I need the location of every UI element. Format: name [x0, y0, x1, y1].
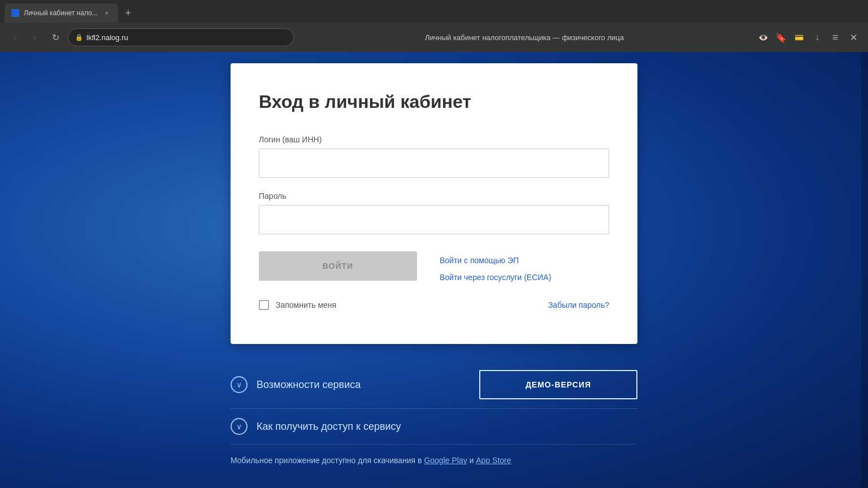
bookmark-button[interactable]: 🔖: [773, 29, 789, 45]
and-text: и: [467, 456, 476, 465]
active-tab[interactable]: Личный кабинет нало... ×: [5, 3, 118, 23]
form-actions: ВОЙТИ Войти с помощью ЭП Войти через гос…: [259, 251, 609, 282]
app-store-link[interactable]: App Store: [476, 456, 511, 465]
new-tab-button[interactable]: +: [120, 5, 136, 21]
login-card: Вход в личный кабинет Логин (ваш ИНН) Па…: [231, 63, 637, 344]
demo-button[interactable]: ДЕМО-ВЕРСИЯ: [479, 370, 637, 399]
tab-close-button[interactable]: ×: [102, 8, 111, 18]
chevron-down-icon-1: ∨: [236, 380, 242, 389]
bottom-section: ∨ Возможности сервиса ДЕМО-ВЕРСИЯ ∨ Как …: [231, 361, 637, 465]
accordion-item-1[interactable]: ∨ Возможности сервиса ДЕМО-ВЕРСИЯ: [231, 361, 637, 409]
tab-title: Личный кабинет нало...: [24, 9, 98, 17]
accordion-chevron-1: ∨: [231, 376, 248, 393]
forward-button[interactable]: ›: [27, 29, 43, 45]
login-title: Вход в личный кабинет: [259, 91, 609, 112]
login-input[interactable]: [259, 149, 609, 178]
wallet-icon[interactable]: 💳: [791, 29, 807, 45]
remember-label: Запомнить меня: [276, 300, 336, 310]
accordion-label-2: Как получить доступ к сервису: [257, 421, 637, 433]
esia-login-link[interactable]: Войти через госуслуги (ЕСИА): [440, 273, 551, 282]
nav-actions: 👁️ 🔖 💳 ↓ ≡ ✕: [755, 29, 861, 45]
mobile-text-prefix: Мобильное приложение доступно для скачив…: [231, 456, 424, 465]
lock-icon: 🔒: [75, 34, 83, 41]
login-field-group: Логин (ваш ИНН): [259, 135, 609, 178]
page-background: Вход в личный кабинет Логин (ваш ИНН) Па…: [0, 52, 868, 488]
refresh-button[interactable]: ↻: [47, 29, 63, 45]
tab-bar: Личный кабинет нало... × +: [0, 0, 868, 23]
content-area: Вход в личный кабинет Логин (ваш ИНН) Па…: [0, 52, 868, 488]
remember-row: Запомнить меня Забыли пароль?: [259, 300, 609, 310]
chevron-down-icon-2: ∨: [236, 422, 242, 431]
accordion-label-1: Возможности сервиса: [257, 379, 470, 391]
close-button[interactable]: ✕: [845, 29, 861, 45]
scrollbar-track[interactable]: [861, 0, 868, 488]
password-label: Пароль: [259, 191, 609, 201]
forgot-password-link[interactable]: Забыли пароль?: [548, 300, 609, 310]
password-input[interactable]: [259, 205, 609, 234]
google-play-link[interactable]: Google Play: [424, 456, 467, 465]
ep-login-link[interactable]: Войти с помощью ЭП: [440, 256, 551, 265]
accordion-item-2[interactable]: ∨ Как получить доступ к сервису: [231, 409, 637, 445]
reader-icon[interactable]: 👁️: [755, 29, 771, 45]
nav-bar: ‹ › ↻ 🔒 lkfl2.nalog.ru Личный кабинет на…: [0, 23, 868, 52]
download-button[interactable]: ↓: [809, 29, 825, 45]
address-bar[interactable]: 🔒 lkfl2.nalog.ru: [68, 28, 294, 46]
menu-button[interactable]: ≡: [827, 29, 843, 45]
back-button[interactable]: ‹: [7, 29, 23, 45]
page-title: Личный кабинет налогоплательщика — физич…: [298, 33, 750, 42]
tab-favicon: [11, 9, 19, 17]
alt-links: Войти с помощью ЭП Войти через госуслуги…: [440, 251, 551, 282]
login-label: Логин (ваш ИНН): [259, 135, 609, 144]
accordion-chevron-2: ∨: [231, 418, 248, 435]
password-field-group: Пароль: [259, 191, 609, 234]
mobile-app-text: Мобильное приложение доступно для скачив…: [231, 456, 637, 465]
browser-chrome: Личный кабинет нало... × + ‹ › ↻ 🔒 lkfl2…: [0, 0, 868, 52]
address-text: lkfl2.nalog.ru: [86, 33, 128, 42]
remember-checkbox[interactable]: [259, 300, 269, 310]
login-button[interactable]: ВОЙТИ: [259, 251, 417, 281]
